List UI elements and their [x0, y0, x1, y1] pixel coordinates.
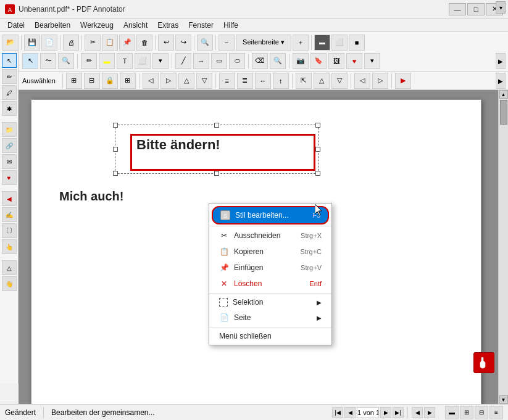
- maximize-button[interactable]: □: [467, 3, 485, 15]
- fmt-8[interactable]: ▽: [196, 73, 212, 89]
- search-btn[interactable]: 🔍: [197, 35, 213, 51]
- menu-hilfe[interactable]: Hilfe: [219, 20, 243, 31]
- handle-tl[interactable]: [113, 123, 118, 128]
- copy-btn[interactable]: 📋: [102, 35, 118, 51]
- ann-search2[interactable]: 🔍: [270, 53, 286, 69]
- tool-6[interactable]: 🔗: [2, 138, 17, 153]
- zoom-out-btn[interactable]: −: [219, 35, 235, 51]
- nav-fwd-btn[interactable]: ▶: [424, 407, 435, 418]
- ann-highlight[interactable]: ▬: [99, 53, 115, 69]
- select-tool-btn[interactable]: ↖: [2, 53, 17, 68]
- menu-datei[interactable]: Datei: [2, 20, 30, 31]
- tab-dropdown[interactable]: ▾: [496, 1, 506, 14]
- handle-mr[interactable]: [315, 147, 320, 152]
- minimize-button[interactable]: —: [449, 3, 466, 15]
- page-first-btn[interactable]: |◀: [332, 407, 343, 418]
- ann-line[interactable]: ╱: [175, 53, 191, 69]
- fmt-9[interactable]: ↔: [255, 73, 271, 89]
- view-grid[interactable]: ⊟: [475, 406, 488, 419]
- tool-11[interactable]: 〔〕: [2, 223, 17, 238]
- tool-3[interactable]: 🖊: [2, 85, 17, 100]
- handle-tr[interactable]: [315, 123, 320, 128]
- handle-ml[interactable]: [113, 147, 118, 152]
- scrollbar-right[interactable]: ▲ ▼: [498, 90, 508, 404]
- fmt-10[interactable]: ↕: [273, 73, 289, 89]
- fmt-align1[interactable]: ≡: [219, 73, 235, 89]
- ann-heart[interactable]: ♥: [346, 53, 362, 69]
- fmt-12[interactable]: △: [314, 73, 330, 89]
- undo-btn[interactable]: ↩: [158, 35, 174, 51]
- view-btn2[interactable]: ⬜: [331, 35, 348, 51]
- ann-rect[interactable]: ▭: [211, 53, 227, 69]
- fmt-2[interactable]: ⊟: [84, 73, 100, 89]
- fmt-13[interactable]: ▽: [331, 73, 348, 89]
- red-hand-button[interactable]: [473, 352, 494, 373]
- menu-werkzeug[interactable]: Werkzeug: [75, 20, 119, 31]
- back-arrow2[interactable]: ▶: [496, 73, 506, 89]
- open-btn[interactable]: 📂: [2, 35, 19, 51]
- fmt-7[interactable]: △: [178, 73, 194, 89]
- menu-bearbeiten[interactable]: Bearbeiten: [30, 20, 75, 31]
- fmt-1[interactable]: ⊞: [66, 73, 82, 89]
- view-single[interactable]: ▬: [445, 406, 459, 419]
- fmt-11[interactable]: ⇱: [296, 73, 312, 89]
- menu-extras[interactable]: Extras: [152, 20, 183, 31]
- zoom-in-btn[interactable]: +: [293, 35, 309, 51]
- view-btn1[interactable]: ▬: [314, 35, 330, 51]
- ctx-cut[interactable]: ✂ Ausschneiden Strg+X: [209, 228, 331, 244]
- handle-bl[interactable]: [113, 171, 118, 176]
- delete-btn[interactable]: 🗑: [136, 35, 152, 51]
- tool-13[interactable]: △: [2, 260, 17, 275]
- ann-shapes[interactable]: ⬜: [135, 53, 151, 69]
- ann-stamp[interactable]: 🔖: [310, 53, 327, 69]
- print-btn[interactable]: 🖨: [63, 35, 79, 51]
- fmt-lock[interactable]: 🔒: [102, 73, 118, 89]
- ann-select[interactable]: ↖: [22, 53, 38, 69]
- handle-tm[interactable]: [214, 123, 219, 128]
- tool-2[interactable]: ✏: [2, 69, 17, 84]
- fmt-14[interactable]: ◁: [354, 73, 370, 89]
- ann-color[interactable]: ▾: [152, 53, 169, 69]
- fmt-4[interactable]: ⊞: [120, 73, 136, 89]
- fmt-16[interactable]: ▶: [395, 73, 411, 89]
- menu-fenster[interactable]: Fenster: [183, 20, 219, 31]
- menu-ansicht[interactable]: Ansicht: [119, 20, 152, 31]
- handle-bm[interactable]: [214, 171, 219, 176]
- page-input[interactable]: [357, 407, 379, 418]
- ann-eraser[interactable]: ⌫: [252, 53, 268, 69]
- tool-10[interactable]: ✍: [2, 207, 17, 222]
- tool-14[interactable]: 👋: [2, 276, 17, 291]
- ann-image[interactable]: 🖼: [328, 53, 344, 69]
- ctx-paste[interactable]: 📌 Einfügen Strg+V: [209, 260, 331, 276]
- paste-btn[interactable]: 📌: [119, 35, 135, 51]
- view-double[interactable]: ⊞: [460, 406, 473, 419]
- redo-btn[interactable]: ↪: [175, 35, 191, 51]
- tool-12[interactable]: 👆: [2, 239, 17, 254]
- zoom-select[interactable]: Seitenbreite ▾: [236, 35, 291, 51]
- scroll-track[interactable]: [499, 99, 508, 395]
- view-btn3[interactable]: ■: [349, 35, 365, 51]
- page-last-btn[interactable]: ▶|: [393, 407, 404, 418]
- page-prev-btn[interactable]: ◀: [344, 407, 356, 418]
- back-arrow[interactable]: ▶: [496, 53, 506, 69]
- scroll-down-btn[interactable]: ▼: [499, 395, 508, 404]
- ctx-close-menu[interactable]: Menü schließen: [209, 329, 331, 344]
- tool-4[interactable]: ✱: [2, 101, 17, 116]
- view-scroll[interactable]: ≡: [489, 406, 503, 419]
- ann-more[interactable]: ▾: [364, 53, 380, 69]
- fmt-15[interactable]: ▷: [372, 73, 388, 89]
- save-btn[interactable]: 💾: [24, 35, 40, 51]
- fmt-5[interactable]: ◁: [143, 73, 159, 89]
- scroll-thumb[interactable]: [500, 100, 507, 125]
- tool-9[interactable]: ◀: [2, 191, 17, 206]
- scroll-up-btn[interactable]: ▲: [499, 90, 508, 99]
- ctx-page[interactable]: 📄 Seite ▶: [209, 310, 331, 326]
- ctx-style-edit[interactable]: S Stil bearbeiten... F3: [212, 206, 329, 224]
- ann-pen[interactable]: ✏: [81, 53, 97, 69]
- cut-btn[interactable]: ✂: [85, 35, 101, 51]
- ann-oval[interactable]: ⬭: [229, 53, 245, 69]
- tool-heart[interactable]: ♥: [2, 170, 17, 185]
- ctx-delete[interactable]: ✕ Löschen Entf: [209, 276, 331, 292]
- page-next-btn[interactable]: ▶: [380, 407, 391, 418]
- ctx-selection[interactable]: Selektion ▶: [209, 295, 331, 310]
